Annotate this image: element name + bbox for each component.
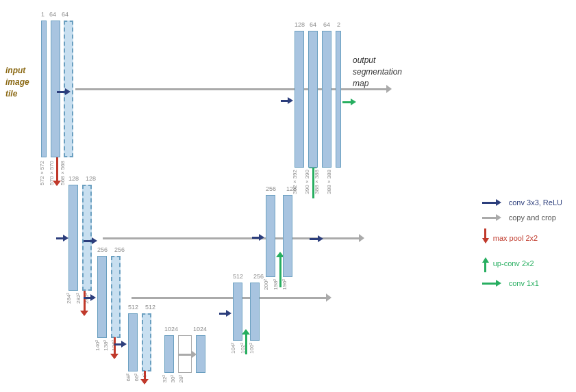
bar-1024ch-a	[164, 335, 174, 373]
label-spatial-d3c: 100²	[249, 343, 255, 354]
legend-conv1x1-icon	[482, 280, 505, 287]
legend-upconv: up-conv 2x2	[482, 254, 562, 272]
bar-128d2	[283, 195, 292, 277]
legend-maxpool: max pool 2x2	[482, 228, 562, 247]
label-64d1: 64	[310, 21, 316, 28]
legend-upconv-label: up-conv 2x2	[493, 259, 534, 267]
label-spatial3b: 66²	[134, 374, 140, 382]
conv-arrow-d1-conv	[310, 235, 327, 242]
label-spatial-d2b: 198²	[273, 279, 279, 290]
label-64d1b: 64	[323, 21, 330, 28]
label-spatial-d3b: 102²	[240, 343, 246, 354]
label-1024-bottom-a: 1024	[164, 326, 178, 332]
bar-256d	[250, 283, 260, 341]
label-spatial-d2c: 196²	[281, 279, 288, 290]
label-spatial3a: 68²	[125, 374, 132, 382]
label-spatial4a: 32²	[162, 375, 168, 383]
legend-copy-icon	[482, 214, 505, 221]
bar-256ch-b	[111, 256, 121, 338]
bar-64d1b	[322, 31, 331, 168]
conv-arrow-4	[175, 352, 177, 354]
label-1024-bottom-b: 1024	[193, 326, 207, 332]
label-256a: 256	[97, 246, 108, 253]
unet-diagram: 1 64 64 572×572 570×570 568×568 input im…	[0, 0, 576, 392]
legend-upconv-icon	[482, 254, 489, 272]
label-spatial2b: 138²	[103, 340, 109, 351]
label-128d1: 128	[295, 21, 305, 28]
bottleneck-arrow	[178, 354, 195, 356]
input-label: input image tile	[5, 65, 29, 99]
label-spatial-d1b: 390×390	[304, 170, 310, 194]
legend-conv1x1-label: conv 1x1	[509, 279, 539, 287]
legend: conv 3x3, ReLU copy and crop max pool 2x…	[482, 198, 562, 287]
bar-64d1a	[308, 31, 318, 168]
output-label: outputsegmentationmap	[353, 55, 402, 89]
conv-arrow-1	[56, 235, 72, 241]
legend-conv-icon	[482, 199, 505, 206]
label-spatial-d3a: 104²	[230, 343, 236, 354]
label-spatial-d2a: 200²	[263, 279, 269, 290]
label-ch64b: 64	[62, 11, 68, 18]
legend-conv1x1: conv 1x1	[482, 279, 562, 287]
label-128a: 128	[68, 175, 79, 182]
label-spatial1a: 284²	[66, 293, 72, 304]
label-512b: 512	[145, 304, 155, 311]
conv-arrow-2	[84, 294, 99, 301]
label-ch64a: 64	[49, 11, 56, 18]
conv-arrow-d1	[281, 97, 297, 104]
legend-conv-label: conv 3x3, ReLU	[509, 198, 562, 207]
label-spatial0: 572×572	[40, 161, 46, 185]
copy-crop-arrow-2	[132, 297, 330, 299]
label-spatial4c: 28²	[178, 375, 184, 383]
label-spatial0c: 568×568	[60, 161, 66, 185]
conv-arrow-d2	[252, 234, 268, 241]
label-spatial-d1d: 388×388	[326, 170, 332, 194]
label-256d2: 256	[266, 185, 276, 192]
label-spatial-d1a: 392×392	[292, 170, 298, 194]
label-512a: 512	[128, 304, 138, 311]
conv1x1-arrow	[342, 99, 360, 105]
legend-maxpool-label: max pool 2x2	[493, 234, 538, 242]
label-128b: 128	[86, 175, 96, 182]
conv-arrow-1b	[84, 237, 101, 244]
conv-arrow-d3	[219, 310, 235, 317]
maxpool-arrow-0-1	[56, 157, 58, 185]
legend-conv: conv 3x3, ReLU	[482, 198, 562, 207]
bar-512ch-b	[142, 313, 151, 371]
label-spatial-d1c: 388×388	[314, 170, 320, 194]
label-512d: 512	[233, 273, 243, 280]
maxpool-arrow-3-4	[144, 371, 146, 383]
label-spatial2a: 140²	[95, 340, 101, 351]
conv-arrow-3	[114, 341, 130, 348]
legend-copy-crop: copy and crop	[482, 213, 562, 222]
bar-1ch	[41, 21, 47, 157]
label-256b: 256	[114, 246, 125, 253]
label-256d: 256	[253, 273, 264, 280]
legend-maxpool-icon	[482, 228, 489, 247]
label-spatial4b: 30²	[170, 375, 176, 383]
label-ch1: 1	[41, 11, 45, 18]
conv-arrow-0	[57, 88, 74, 95]
label-spatial1b: 282²	[75, 293, 82, 304]
legend-copy-label: copy and crop	[509, 213, 556, 222]
bar-2d1	[336, 31, 341, 168]
label-2d1: 2	[337, 21, 340, 28]
copy-crop-arrow-0	[75, 88, 390, 90]
